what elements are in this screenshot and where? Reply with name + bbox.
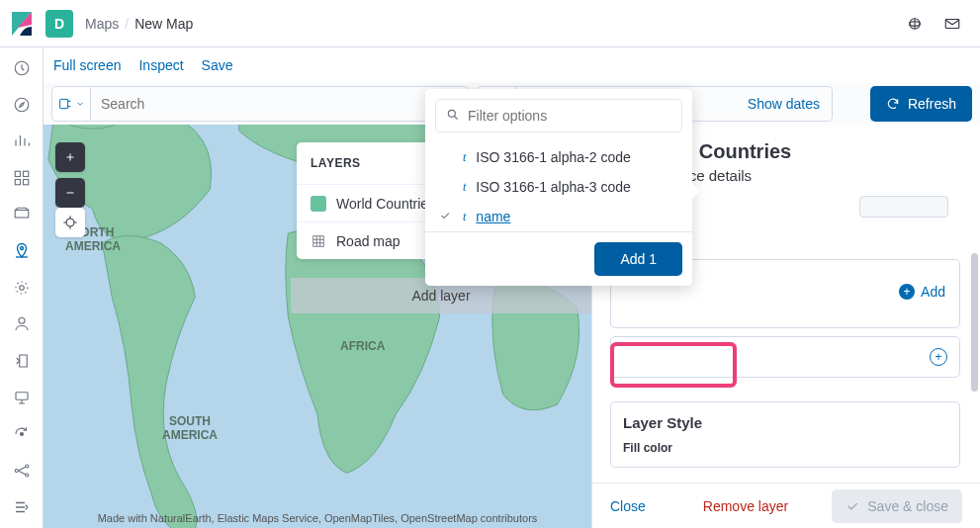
layer-style-section: Layer Style Fill color <box>610 401 960 468</box>
svg-point-16 <box>20 432 23 435</box>
filter-options-input[interactable] <box>468 108 671 124</box>
rail-maps-icon[interactable] <box>10 240 34 263</box>
plus-circle-icon: + <box>899 284 915 300</box>
map-attribution: Made with NaturalEarth, Elastic Maps Ser… <box>44 512 591 524</box>
add-field-button[interactable]: + Add <box>899 284 945 300</box>
svg-rect-15 <box>16 393 28 400</box>
layer-label: Road map <box>336 233 401 249</box>
show-dates-link[interactable]: Show dates <box>748 96 820 112</box>
locate-button[interactable] <box>55 208 85 237</box>
newsfeed-icon[interactable] <box>899 8 931 40</box>
secondary-card: + <box>610 336 960 378</box>
svg-point-17 <box>15 469 18 472</box>
zoom-in-button[interactable] <box>55 142 85 172</box>
svg-point-19 <box>25 474 28 477</box>
text-type-icon: t <box>463 150 466 165</box>
svg-point-11 <box>20 247 23 250</box>
zoom-out-button[interactable] <box>55 178 85 208</box>
option-name[interactable]: t name <box>425 202 692 231</box>
rail-graph-icon[interactable] <box>10 459 34 482</box>
add-selected-button[interactable]: Add 1 <box>594 242 682 276</box>
svg-rect-9 <box>23 180 28 185</box>
svg-point-30 <box>448 110 455 117</box>
partial-card <box>859 196 948 218</box>
rail-uptime-icon[interactable] <box>10 422 34 445</box>
config-footer: Close Remove layer Save & close <box>592 483 980 528</box>
svg-rect-3 <box>945 19 959 28</box>
rail-ml-icon[interactable] <box>10 277 34 300</box>
svg-rect-8 <box>15 180 20 185</box>
breadcrumb-app[interactable]: Maps <box>85 16 119 32</box>
svg-rect-6 <box>15 171 20 176</box>
rail-discover-icon[interactable] <box>10 94 34 117</box>
action-links: Full screen Inspect Save <box>44 47 980 83</box>
breadcrumb-separator: / <box>125 16 129 32</box>
grid-icon <box>311 233 326 249</box>
rail-apm-icon[interactable] <box>10 386 34 408</box>
breadcrumb-current: New Map <box>134 16 193 32</box>
avatar[interactable]: D <box>45 10 73 38</box>
rail-canvas-icon[interactable] <box>10 204 34 226</box>
save-close-button: Save & close <box>832 489 962 523</box>
left-rail <box>0 47 44 528</box>
check-icon <box>439 209 453 224</box>
svg-rect-25 <box>313 235 324 246</box>
add-label: Add <box>921 284 945 300</box>
option-iso-alpha3[interactable]: t ISO 3166-1 alpha-3 code <box>425 172 692 202</box>
inspect-link[interactable]: Inspect <box>138 57 183 73</box>
svg-rect-20 <box>60 99 68 108</box>
save-close-label: Save & close <box>867 498 948 514</box>
option-iso-alpha2[interactable]: t ISO 3166-1 alpha-2 code <box>425 142 692 172</box>
option-label: ISO 3166-1 alpha-3 code <box>476 179 630 195</box>
layer-swatch-icon <box>311 196 326 212</box>
svg-point-12 <box>19 286 24 291</box>
svg-point-13 <box>16 282 28 294</box>
plus-outline-icon[interactable]: + <box>930 348 947 366</box>
search-input[interactable] <box>101 96 430 112</box>
refresh-button[interactable]: Refresh <box>870 86 972 122</box>
breadcrumb: Maps / New Map <box>85 16 193 32</box>
layers-title: LAYERS <box>311 156 361 170</box>
top-header: D Maps / New Map <box>0 0 980 47</box>
option-label: name <box>476 209 510 224</box>
rail-recent-icon[interactable] <box>10 57 34 80</box>
rail-dashboard-icon[interactable] <box>10 167 34 190</box>
add-layer-label: Add layer <box>411 288 470 304</box>
layer-label: World Countries <box>336 196 435 212</box>
rail-collapse-icon[interactable] <box>10 495 34 518</box>
kibana-logo[interactable] <box>12 12 32 36</box>
mail-icon[interactable] <box>936 8 968 40</box>
fill-color-label: Fill color <box>623 441 947 455</box>
text-type-icon: t <box>463 210 466 224</box>
option-label: ISO 3166-1 alpha-2 code <box>476 149 630 165</box>
remove-layer-link[interactable]: Remove layer <box>703 498 788 514</box>
filter-button[interactable] <box>51 86 91 122</box>
rail-infra-icon[interactable] <box>10 312 34 335</box>
save-link[interactable]: Save <box>202 57 233 73</box>
svg-point-5 <box>15 99 29 113</box>
layer-style-title: Layer Style <box>623 414 947 431</box>
rail-visualize-icon[interactable] <box>10 131 34 153</box>
svg-point-18 <box>25 465 28 468</box>
rail-logs-icon[interactable] <box>10 349 34 372</box>
svg-rect-7 <box>23 171 28 176</box>
search-icon <box>446 108 460 125</box>
field-select-popover: t ISO 3166-1 alpha-2 code t ISO 3166-1 a… <box>425 89 692 286</box>
svg-rect-10 <box>15 211 29 219</box>
svg-point-24 <box>66 219 74 226</box>
full-screen-link[interactable]: Full screen <box>53 57 121 73</box>
text-type-icon: t <box>463 180 466 195</box>
refresh-label: Refresh <box>908 96 956 112</box>
scrollbar[interactable] <box>971 253 978 392</box>
close-link[interactable]: Close <box>610 498 646 514</box>
svg-point-14 <box>19 317 25 323</box>
